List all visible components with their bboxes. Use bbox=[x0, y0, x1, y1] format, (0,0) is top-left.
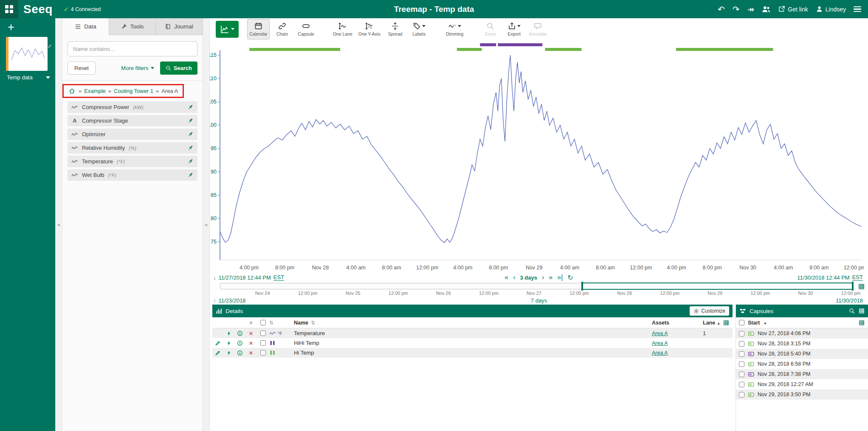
details-row-temperature[interactable]: ×°FTemperatureArea A1 bbox=[212, 328, 733, 338]
row-checkbox[interactable] bbox=[260, 350, 266, 355]
toolbar-calendar-button[interactable]: Calendar bbox=[247, 19, 270, 39]
remove-icon[interactable]: × bbox=[249, 330, 253, 336]
capsule-row[interactable]: Nov 29, 2018 3:50 PM bbox=[736, 389, 868, 400]
toolbar-capsule-button[interactable]: Capsule bbox=[295, 19, 317, 39]
capsule-row[interactable]: Nov 28, 2018 7:38 PM bbox=[736, 369, 868, 379]
toolbar-spread-button[interactable]: Spread bbox=[384, 19, 406, 39]
range-end-timezone[interactable]: EST bbox=[852, 274, 863, 281]
new-worksheet-button[interactable]: + bbox=[5, 22, 17, 34]
remove-all-icon[interactable]: × bbox=[249, 320, 253, 325]
investigate-start[interactable]: 11/23/2018 bbox=[219, 297, 246, 304]
more-filters-button[interactable]: More filters bbox=[121, 65, 154, 71]
app-switcher-button[interactable] bbox=[0, 0, 18, 18]
capsule-checkbox[interactable] bbox=[739, 361, 744, 367]
worksheet-view-button[interactable] bbox=[216, 21, 239, 38]
connection-status[interactable]: ✓ 4 Connected bbox=[64, 6, 101, 13]
asset-link[interactable]: Area A bbox=[652, 340, 668, 346]
search-capsules-icon[interactable] bbox=[849, 308, 855, 314]
capsule-checkbox[interactable] bbox=[739, 341, 744, 347]
pin-icon[interactable] bbox=[187, 131, 194, 137]
display-range-end[interactable]: 11/30/2018 12:44 PM EST bbox=[797, 274, 863, 281]
tab-journal[interactable]: Journal bbox=[156, 18, 203, 35]
row-checkbox[interactable] bbox=[260, 330, 266, 336]
refresh-icon[interactable]: ↻ bbox=[567, 274, 573, 282]
select-all-checkbox[interactable] bbox=[260, 320, 266, 325]
capsule-checkbox[interactable] bbox=[739, 331, 744, 336]
investigate-end[interactable]: 11/30/2018 bbox=[836, 297, 863, 304]
collapse-rail-strip[interactable]: « bbox=[55, 18, 62, 431]
remove-icon[interactable]: × bbox=[249, 340, 253, 346]
worksheet-label-row[interactable]: Temp data bbox=[7, 74, 50, 81]
collapse-data-panel-strip[interactable]: « bbox=[203, 18, 210, 431]
start-column-header[interactable]: Start bbox=[748, 320, 760, 326]
customize-button[interactable]: Customize bbox=[690, 306, 729, 316]
pin-icon[interactable] bbox=[187, 145, 194, 151]
asset-item-temperature[interactable]: Temperature(°F) bbox=[68, 156, 197, 167]
toolbar-dimming-button[interactable]: Dimming bbox=[444, 19, 466, 39]
info-icon[interactable] bbox=[237, 330, 243, 336]
capsule-checkbox[interactable] bbox=[739, 382, 744, 387]
capsule-row[interactable]: Nov 29, 2018 12:27 AM bbox=[736, 379, 868, 389]
assets-column-header[interactable]: Assets bbox=[652, 320, 669, 326]
home-icon[interactable] bbox=[69, 88, 75, 94]
name-column-header[interactable]: Name bbox=[294, 320, 308, 326]
derive-bolt-icon[interactable] bbox=[226, 350, 232, 356]
asset-item-compressor-stage[interactable]: ACompressor Stage bbox=[68, 115, 197, 126]
trend-chart[interactable]: 75808590951001051101154:00 pm8:00 pmNov … bbox=[210, 40, 868, 273]
pin-icon[interactable] bbox=[187, 172, 194, 178]
chevron-down-icon[interactable] bbox=[46, 76, 50, 79]
breadcrumb-item[interactable]: Example bbox=[84, 88, 106, 94]
step-back-icon[interactable]: ‹ bbox=[513, 274, 515, 281]
edit-pencil-icon[interactable] bbox=[215, 340, 221, 346]
range-start-timezone[interactable]: EST bbox=[273, 274, 284, 281]
undo-icon[interactable]: ↶ bbox=[718, 5, 725, 14]
capsule-checkbox[interactable] bbox=[739, 351, 744, 357]
derive-bolt-icon[interactable] bbox=[226, 340, 232, 346]
add-column-icon[interactable] bbox=[859, 320, 865, 326]
asset-item-wet-bulb[interactable]: Wet Bulb(°F) bbox=[68, 169, 197, 181]
edit-pencil-icon[interactable] bbox=[215, 350, 221, 356]
sort-icon[interactable]: ⇅ bbox=[269, 320, 273, 326]
breadcrumb-item[interactable]: Cooling Tower 1 bbox=[114, 88, 153, 94]
reset-button[interactable]: Reset bbox=[68, 62, 96, 75]
capsule-row[interactable]: Nov 28, 2018 6:58 PM bbox=[736, 359, 868, 369]
capsule-checkbox[interactable] bbox=[739, 372, 744, 377]
capsule-row[interactable]: Nov 28, 2018 5:40 PM bbox=[736, 349, 868, 359]
display-range-window[interactable] bbox=[582, 283, 853, 290]
info-icon[interactable] bbox=[237, 350, 243, 356]
redo-icon[interactable]: ↷ bbox=[733, 5, 740, 14]
lane-column-header[interactable]: Lane bbox=[703, 320, 715, 326]
asset-link[interactable]: Area A bbox=[652, 330, 668, 336]
toolbar-one-y-axis-button[interactable]: One Y-Axis bbox=[356, 19, 383, 39]
select-all-capsules-checkbox[interactable] bbox=[739, 320, 744, 325]
menu-icon[interactable] bbox=[854, 5, 861, 14]
step-to-now-icon[interactable]: »| bbox=[557, 274, 563, 281]
pin-icon[interactable] bbox=[187, 158, 194, 165]
step-forward-icon[interactable]: › bbox=[542, 274, 544, 281]
info-icon[interactable] bbox=[237, 340, 243, 346]
users-icon[interactable] bbox=[762, 5, 770, 14]
range-duration[interactable]: 3 days bbox=[520, 274, 537, 281]
pin-icon[interactable] bbox=[187, 118, 194, 124]
toolbar-labels-button[interactable]: Labels bbox=[408, 19, 430, 39]
name-contains-input[interactable] bbox=[68, 41, 197, 56]
user-menu[interactable]: Lindsey bbox=[816, 6, 846, 13]
step-forward-much-icon[interactable]: » bbox=[549, 274, 552, 281]
asset-item-relative-humidity[interactable]: Relative Humidity(%) bbox=[68, 142, 197, 154]
display-range-start[interactable]: ↓ 11/27/2018 12:44 PM EST bbox=[213, 274, 284, 281]
row-checkbox[interactable] bbox=[260, 340, 266, 346]
worksheet-thumbnail[interactable] bbox=[6, 37, 48, 71]
toolbar-export-button[interactable]: Export bbox=[503, 19, 525, 39]
asset-item-optimizer[interactable]: Optimizer bbox=[68, 129, 197, 140]
asset-link[interactable]: Area A bbox=[652, 350, 668, 356]
present-icon[interactable]: ↠ bbox=[747, 5, 755, 14]
timeline-track[interactable] bbox=[220, 283, 854, 289]
tab-data[interactable]: Data bbox=[62, 18, 109, 35]
window-right-handle[interactable] bbox=[852, 282, 854, 291]
add-column-icon[interactable] bbox=[723, 320, 729, 326]
toolbar-one-lane-button[interactable]: One Lane bbox=[331, 19, 355, 39]
get-link-button[interactable]: Get link bbox=[778, 6, 808, 13]
capsule-row[interactable]: Nov 28, 2018 3:15 PM bbox=[736, 339, 868, 349]
asset-item-compressor-power[interactable]: Compressor Power(kW) bbox=[68, 101, 197, 113]
window-left-handle[interactable] bbox=[581, 282, 583, 291]
